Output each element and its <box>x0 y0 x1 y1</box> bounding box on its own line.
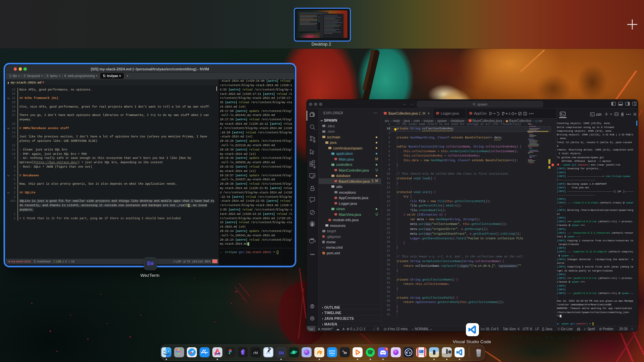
svg-text:9: 9 <box>314 166 315 169</box>
svg-text:$W: $W <box>278 351 284 356</box>
svg-text:video: video <box>329 352 335 354</box>
svg-text:tv: tv <box>343 351 346 355</box>
svg-text:5: 5 <box>314 140 315 143</box>
svg-text:VK.COM/BY/LILAKS 2016: VK.COM/BY/LILAKS 2016 <box>513 335 609 340</box>
svg-text:4: 4 <box>386 347 387 350</box>
svg-text:rM: rM <box>253 351 258 355</box>
